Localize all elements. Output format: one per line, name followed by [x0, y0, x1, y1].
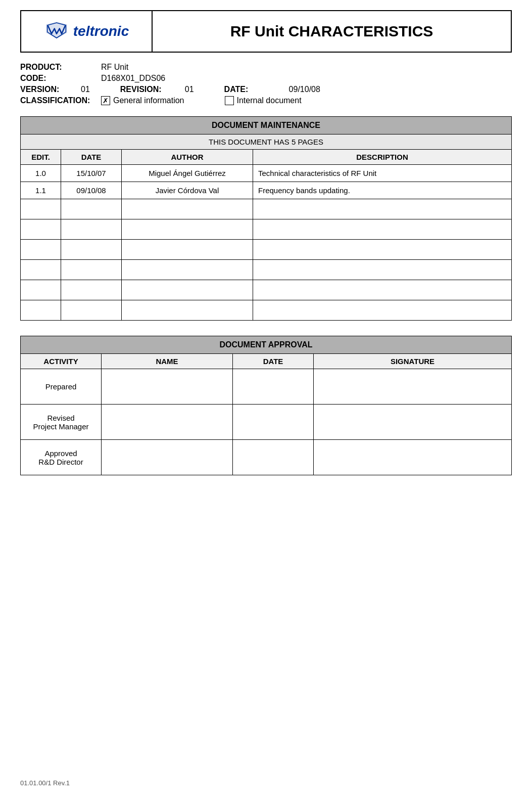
revision-col: REVISION: 01 — [120, 85, 194, 94]
desc-cell: Technical characteristics of RF Unit — [253, 165, 512, 182]
edit-cell: 1.1 — [21, 182, 61, 199]
footer: 01.01.00/1 Rev.1 — [20, 769, 512, 787]
date-cell: 15/10/07 — [61, 165, 122, 182]
activity-revised: RevisedProject Manager — [21, 405, 102, 440]
code-value: D168X01_DDS06 — [101, 74, 165, 83]
name-revised — [102, 405, 233, 440]
empty-edit — [21, 199, 61, 219]
activity-prepared: Prepared — [21, 369, 102, 405]
unchecked-checkbox-icon — [225, 96, 234, 105]
empty-author — [122, 240, 253, 260]
empty-date — [61, 199, 122, 219]
empty-edit — [21, 300, 61, 321]
maintenance-header-row: DOCUMENT MAINTENANCE — [21, 117, 512, 134]
maintenance-header: DOCUMENT MAINTENANCE — [21, 117, 512, 134]
product-value: RF Unit — [101, 63, 128, 72]
maintenance-empty-row — [21, 260, 512, 280]
empty-edit — [21, 260, 61, 280]
product-label: PRODUCT: — [20, 63, 101, 72]
classification-row: CLASSIFICATION: ✗ General information In… — [20, 96, 512, 105]
empty-date — [61, 240, 122, 260]
col-header-desc: DESCRIPTION — [253, 150, 512, 165]
document-title: RF Unit CHARACTERISTICS — [153, 11, 511, 52]
date-value: 09/10/08 — [289, 85, 320, 94]
date-prepared — [233, 369, 314, 405]
maintenance-col-headers: EDIT. DATE AUTHOR DESCRIPTION — [21, 150, 512, 165]
empty-desc — [253, 300, 512, 321]
classification-options: ✗ General information Internal document — [101, 96, 302, 105]
approval-header-row: DOCUMENT APPROVAL — [21, 336, 512, 354]
general-info-label: General information — [113, 96, 184, 105]
empty-author — [122, 219, 253, 240]
author-cell: Javier Córdova Val — [122, 182, 253, 199]
empty-edit — [21, 240, 61, 260]
maintenance-data-row: 1.1 09/10/08 Javier Córdova Val Frequenc… — [21, 182, 512, 199]
date-cell: 09/10/08 — [61, 182, 122, 199]
empty-desc — [253, 240, 512, 260]
empty-date — [61, 219, 122, 240]
code-label: CODE: — [20, 74, 101, 83]
internal-doc-option: Internal document — [225, 96, 302, 105]
version-value: 01 — [81, 85, 90, 94]
product-row: PRODUCT: RF Unit — [20, 63, 512, 72]
empty-desc — [253, 199, 512, 219]
empty-desc — [253, 219, 512, 240]
date-label: DATE: — [224, 85, 285, 94]
approval-header: DOCUMENT APPROVAL — [21, 336, 512, 354]
empty-author — [122, 300, 253, 321]
maintenance-subheader-row: THIS DOCUMENT HAS 5 PAGES — [21, 134, 512, 150]
empty-date — [61, 260, 122, 280]
sig-revised — [314, 405, 512, 440]
empty-author — [122, 199, 253, 219]
version-col: VERSION: 01 — [20, 85, 90, 94]
general-info-option: ✗ General information — [101, 96, 184, 105]
col-header-activity: ACTIVITY — [21, 354, 102, 369]
approval-table: DOCUMENT APPROVAL ACTIVITY NAME DATE SIG… — [20, 336, 512, 475]
header: teltronic RF Unit CHARACTERISTICS — [20, 10, 512, 53]
logo-area: teltronic — [21, 11, 153, 52]
empty-desc — [253, 260, 512, 280]
col-header-signature: SIGNATURE — [314, 354, 512, 369]
desc-cell: Frequency bands updating. — [253, 182, 512, 199]
col-header-author: AUTHOR — [122, 150, 253, 165]
empty-date — [61, 300, 122, 321]
empty-edit — [21, 280, 61, 300]
revision-value: 01 — [185, 85, 194, 94]
author-cell: Miguel Ángel Gutiérrez — [122, 165, 253, 182]
approval-approved-row: ApprovedR&D Director — [21, 440, 512, 475]
name-approved — [102, 440, 233, 475]
approval-col-headers: ACTIVITY NAME DATE SIGNATURE — [21, 354, 512, 369]
date-col: DATE: 09/10/08 — [224, 85, 320, 94]
sig-prepared — [314, 369, 512, 405]
edit-cell: 1.0 — [21, 165, 61, 182]
maintenance-subheader: THIS DOCUMENT HAS 5 PAGES — [21, 134, 512, 150]
col-header-name: NAME — [102, 354, 233, 369]
maintenance-data-row: 1.0 15/10/07 Miguel Ángel Gutiérrez Tech… — [21, 165, 512, 182]
activity-approved: ApprovedR&D Director — [21, 440, 102, 475]
code-row: CODE: D168X01_DDS06 — [20, 74, 512, 83]
checked-checkbox-icon: ✗ — [101, 96, 110, 105]
maintenance-empty-row — [21, 300, 512, 321]
maintenance-empty-row — [21, 219, 512, 240]
logo-content: teltronic — [44, 20, 129, 42]
teltronic-icon — [44, 20, 69, 42]
version-row: VERSION: 01 REVISION: 01 DATE: 09/10/08 — [20, 85, 512, 94]
maintenance-empty-row — [21, 280, 512, 300]
date-approved — [233, 440, 314, 475]
col-header-edit: EDIT. — [21, 150, 61, 165]
classification-label: CLASSIFICATION: — [20, 96, 101, 105]
empty-date — [61, 280, 122, 300]
version-label: VERSION: — [20, 85, 81, 94]
sig-approved — [314, 440, 512, 475]
approval-prepared-row: Prepared — [21, 369, 512, 405]
col-header-date: DATE — [233, 354, 314, 369]
logo-text: teltronic — [73, 23, 129, 39]
date-revised — [233, 405, 314, 440]
maintenance-table: DOCUMENT MAINTENANCE THIS DOCUMENT HAS 5… — [20, 116, 512, 321]
name-prepared — [102, 369, 233, 405]
maintenance-empty-row — [21, 240, 512, 260]
page: teltronic RF Unit CHARACTERISTICS PRODUC… — [0, 0, 532, 807]
revision-label: REVISION: — [120, 85, 181, 94]
footer-text: 01.01.00/1 Rev.1 — [20, 779, 70, 787]
approval-revised-row: RevisedProject Manager — [21, 405, 512, 440]
